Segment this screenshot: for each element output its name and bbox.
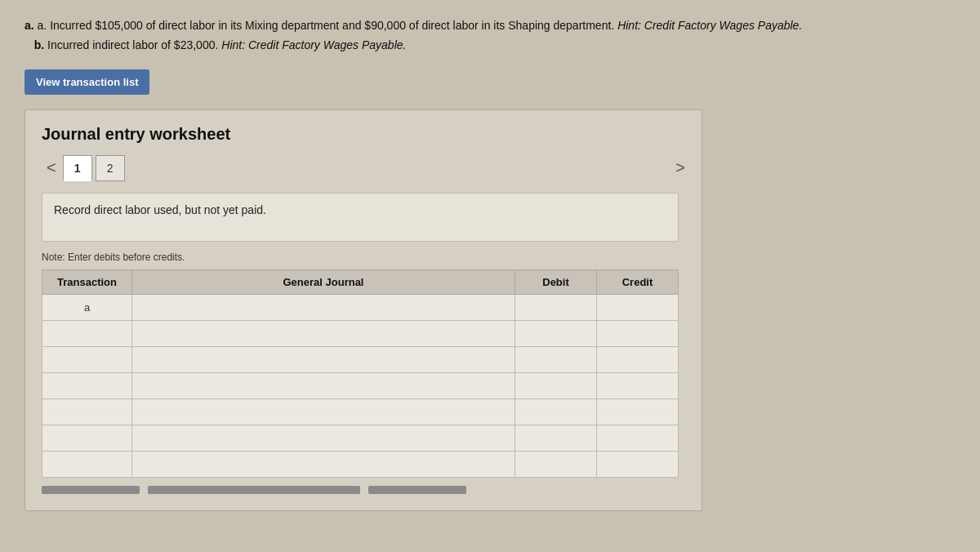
journal-input[interactable]	[139, 352, 508, 367]
col-header-credit: Credit	[597, 269, 679, 294]
note-text: Note: Enter debits before credits.	[42, 252, 685, 263]
tab-navigation: < 1 2 >	[42, 155, 685, 181]
debit-cell[interactable]	[515, 320, 597, 346]
table-row	[42, 372, 679, 398]
debit-input[interactable]	[522, 430, 590, 446]
journal-cell[interactable]	[132, 320, 515, 346]
credit-cell[interactable]	[597, 372, 679, 398]
transaction-cell	[42, 451, 132, 477]
credit-cell[interactable]	[597, 398, 679, 425]
table-row	[42, 451, 679, 477]
transaction-cell	[42, 398, 132, 425]
journal-entry-worksheet: Journal entry worksheet < 1 2 > Record d…	[24, 109, 702, 511]
bottom-bar	[42, 486, 679, 494]
journal-input[interactable]	[139, 456, 508, 472]
journal-input[interactable]	[139, 326, 508, 341]
journal-entry-table: Transaction General Journal Debit Credit…	[42, 269, 679, 478]
transaction-cell: a	[42, 294, 132, 320]
journal-input[interactable]	[139, 378, 508, 394]
credit-input[interactable]	[604, 326, 671, 341]
table-row	[42, 320, 679, 346]
prev-chevron[interactable]: <	[42, 158, 61, 177]
journal-cell[interactable]	[132, 372, 515, 398]
transaction-cell	[42, 320, 132, 346]
credit-input[interactable]	[604, 352, 671, 367]
debit-cell[interactable]	[515, 346, 597, 372]
col-header-transaction: Transaction	[42, 269, 132, 294]
instructions: a. a. Incurred $105,000 of direct labor …	[24, 16, 956, 55]
credit-cell[interactable]	[597, 320, 679, 346]
description-box: Record direct labor used, but not yet pa…	[42, 193, 679, 242]
next-chevron[interactable]: >	[675, 158, 685, 177]
col-header-debit: Debit	[515, 269, 597, 294]
debit-input[interactable]	[522, 404, 590, 420]
debit-cell[interactable]	[515, 425, 597, 451]
credit-input[interactable]	[604, 378, 671, 394]
journal-cell[interactable]	[132, 451, 515, 477]
credit-cell[interactable]	[597, 346, 679, 372]
credit-input[interactable]	[604, 430, 671, 446]
credit-input[interactable]	[604, 404, 671, 420]
bottom-segment-right	[368, 486, 466, 494]
debit-cell[interactable]	[515, 372, 597, 398]
transaction-cell	[42, 425, 132, 451]
credit-input[interactable]	[604, 456, 671, 472]
debit-input[interactable]	[522, 300, 590, 315]
debit-cell[interactable]	[515, 451, 597, 477]
debit-cell[interactable]	[515, 294, 597, 320]
table-row: a	[42, 294, 679, 320]
bottom-segment-mid	[148, 486, 360, 494]
transaction-cell	[42, 346, 132, 372]
debit-input[interactable]	[522, 378, 590, 394]
debit-input[interactable]	[522, 326, 590, 341]
table-row	[42, 346, 679, 372]
transaction-cell	[42, 372, 132, 398]
debit-input[interactable]	[522, 352, 590, 367]
bottom-segment-left	[42, 486, 140, 494]
credit-cell[interactable]	[597, 294, 679, 320]
worksheet-title: Journal entry worksheet	[42, 125, 685, 144]
view-transaction-list-button[interactable]: View transaction list	[24, 69, 149, 95]
credit-input[interactable]	[604, 300, 671, 315]
journal-cell[interactable]	[132, 398, 515, 425]
journal-cell[interactable]	[132, 425, 515, 451]
debit-input[interactable]	[522, 456, 590, 472]
col-header-general-journal: General Journal	[132, 269, 515, 294]
debit-cell[interactable]	[515, 398, 597, 425]
tab-2[interactable]: 2	[96, 155, 125, 181]
journal-cell[interactable]	[132, 346, 515, 372]
instruction-line-b: b. Incurred indirect labor of $23,000. H…	[24, 36, 956, 54]
credit-cell[interactable]	[597, 425, 679, 451]
table-row	[42, 425, 679, 451]
credit-cell[interactable]	[597, 451, 679, 477]
tab-1[interactable]: 1	[63, 155, 92, 181]
instruction-line-a: a. a. Incurred $105,000 of direct labor …	[24, 16, 956, 34]
journal-input[interactable]	[139, 300, 508, 315]
journal-input[interactable]	[139, 404, 508, 420]
journal-cell[interactable]	[132, 294, 515, 320]
table-row	[42, 398, 679, 425]
journal-input[interactable]	[139, 430, 508, 446]
